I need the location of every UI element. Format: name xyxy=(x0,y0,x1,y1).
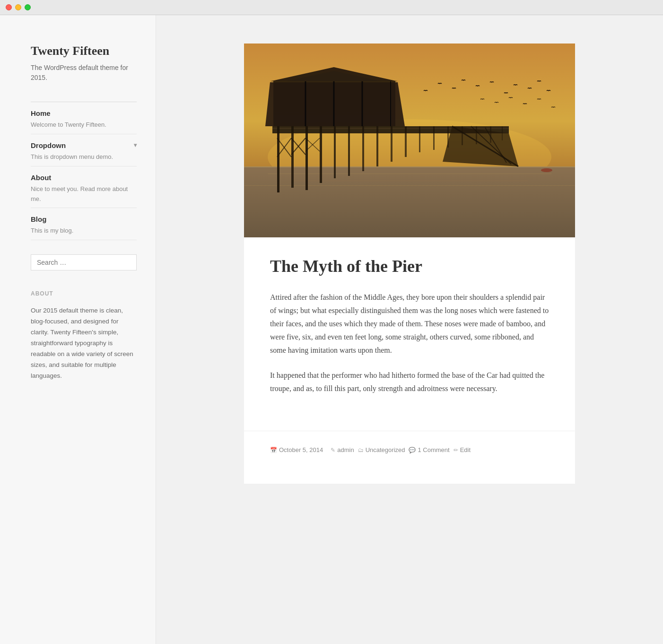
meta-date[interactable]: October 5, 2014 xyxy=(279,445,323,455)
nav-item-about[interactable]: About Nice to meet you. Read more about … xyxy=(31,166,137,209)
category-icon: 🗂 xyxy=(358,446,364,455)
chevron-down-icon: ▾ xyxy=(134,141,137,150)
nav-item-blog-label: Blog xyxy=(31,214,46,225)
nav-item-dropdown-title[interactable]: Dropdown ▾ xyxy=(31,140,137,151)
meta-author-item: ✎ admin xyxy=(331,445,354,455)
edit-icon: ✏ xyxy=(454,446,458,455)
comment-icon: 💬 xyxy=(409,446,416,455)
nav-item-about-desc: Nice to meet you. Read more about me. xyxy=(31,184,137,204)
nav-item-dropdown-label: Dropdown xyxy=(31,140,66,151)
svg-rect-24 xyxy=(433,126,435,150)
svg-rect-23 xyxy=(419,126,420,152)
about-widget: ABOUT Our 2015 default theme is clean, b… xyxy=(31,289,137,382)
nav-item-dropdown-desc: This is dropdown menu demo. xyxy=(31,152,137,162)
article-paragraph-1: Attired after the fashion of the Middle … xyxy=(270,291,549,357)
nav-item-dropdown[interactable]: Dropdown ▾ This is dropdown menu demo. xyxy=(31,134,137,166)
svg-rect-4 xyxy=(268,174,551,174)
article-title: The Myth of the Pier xyxy=(270,256,549,277)
meta-date-item: 📅 October 5, 2014 xyxy=(270,445,323,455)
svg-rect-22 xyxy=(405,126,407,157)
svg-rect-5 xyxy=(291,181,528,181)
site-description: The WordPress default theme for 2015. xyxy=(31,63,137,83)
meta-comments[interactable]: 1 Comment xyxy=(418,445,449,455)
maximize-button[interactable] xyxy=(25,4,31,10)
search-input[interactable] xyxy=(31,254,137,270)
nav-item-home-label: Home xyxy=(31,108,51,119)
sidebar: Twenty Fifteen The WordPress default the… xyxy=(0,15,156,644)
nav-item-blog[interactable]: Blog This is my blog. xyxy=(31,208,137,240)
about-widget-heading: ABOUT xyxy=(31,289,137,298)
svg-rect-14 xyxy=(291,126,294,188)
svg-rect-20 xyxy=(376,126,378,166)
svg-rect-18 xyxy=(348,126,350,176)
nav-item-home[interactable]: Home Welcome to Twenty Fifteen. xyxy=(31,102,137,134)
nav-item-blog-desc: This is my blog. xyxy=(31,226,137,236)
minimize-button[interactable] xyxy=(15,4,21,10)
calendar-icon: 📅 xyxy=(270,446,277,455)
article-paragraph-2: It happened that the performer who had h… xyxy=(270,369,549,395)
search-section xyxy=(31,254,137,270)
svg-rect-16 xyxy=(320,126,322,183)
nav-item-about-label: About xyxy=(31,172,51,183)
svg-rect-19 xyxy=(362,126,364,171)
window-chrome xyxy=(0,0,663,15)
nav-item-home-desc: Welcome to Twenty Fifteen. xyxy=(31,120,137,130)
svg-rect-13 xyxy=(277,126,279,192)
meta-edit[interactable]: Edit xyxy=(460,445,471,455)
close-button[interactable] xyxy=(6,4,12,10)
svg-rect-21 xyxy=(391,126,393,162)
nav-item-blog-title[interactable]: Blog xyxy=(31,214,137,225)
svg-rect-17 xyxy=(334,126,336,178)
author-icon: ✎ xyxy=(331,446,335,455)
meta-comments-item: 💬 1 Comment xyxy=(409,445,449,455)
hero-image xyxy=(244,44,575,237)
window-body: Twenty Fifteen The WordPress default the… xyxy=(0,15,663,644)
meta-category[interactable]: Uncategorized xyxy=(366,445,405,455)
svg-point-39 xyxy=(541,168,552,172)
article-meta: 📅 October 5, 2014 ✎ admin 🗂 Uncategorize… xyxy=(244,431,575,465)
site-title: Twenty Fifteen xyxy=(31,44,137,58)
meta-edit-item: ✏ Edit xyxy=(454,445,471,455)
about-widget-text: Our 2015 default theme is clean, blog-fo… xyxy=(31,305,137,382)
article-body: The Myth of the Pier Attired after the f… xyxy=(244,237,575,417)
meta-category-item: 🗂 Uncategorized xyxy=(358,445,405,455)
article: The Myth of the Pier Attired after the f… xyxy=(244,44,575,484)
main-content: The Myth of the Pier Attired after the f… xyxy=(156,15,663,644)
nav-item-about-title[interactable]: About xyxy=(31,172,137,183)
svg-rect-15 xyxy=(305,126,308,190)
meta-author[interactable]: admin xyxy=(337,445,354,455)
nav-item-home-title[interactable]: Home xyxy=(31,108,137,119)
